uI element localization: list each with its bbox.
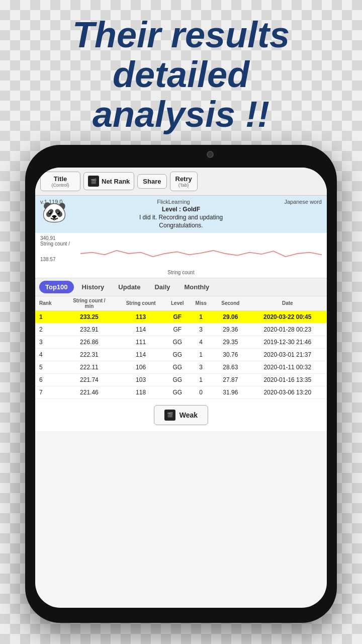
cell-string-rate: 221.74 bbox=[62, 373, 116, 386]
weak-icon: 🎬 bbox=[164, 410, 175, 421]
th-string-rate: String count /min bbox=[62, 296, 116, 311]
info-message2: Congratulations. bbox=[40, 222, 322, 229]
cell-miss: 0 bbox=[189, 386, 213, 398]
net-rank-button[interactable]: 🎬 Net Rank bbox=[83, 172, 134, 190]
cell-miss: 1 bbox=[189, 310, 213, 323]
cell-level: GF bbox=[165, 323, 189, 336]
cell-miss: 1 bbox=[189, 348, 213, 361]
cell-second: 29.06 bbox=[213, 310, 248, 323]
cell-level: GG bbox=[165, 386, 189, 398]
cell-string-count: 118 bbox=[116, 386, 165, 398]
data-table: Rank String count /min String count Leve… bbox=[35, 296, 327, 399]
table-row: 4 222.31 114 GG 1 30.76 2020-03-01 21:37 bbox=[35, 348, 327, 361]
app-name: FlickLearning bbox=[157, 199, 190, 205]
cell-string-count: 114 bbox=[116, 323, 165, 336]
cell-date: 2020-03-22 00:45 bbox=[248, 310, 327, 323]
info-header: 🐼 v.1.119.0 FlickLearning Japanese word … bbox=[35, 196, 327, 233]
cell-string-rate: 232.91 bbox=[62, 323, 116, 336]
cell-miss: 3 bbox=[189, 361, 213, 373]
cell-rank: 6 bbox=[35, 373, 62, 386]
cell-second: 29.36 bbox=[213, 323, 248, 336]
cell-second: 31.96 bbox=[213, 386, 248, 398]
cell-string-rate: 222.31 bbox=[62, 348, 116, 361]
cell-date: 2020-03-06 13:20 bbox=[248, 386, 327, 398]
cell-string-count: 106 bbox=[116, 361, 165, 373]
table-row: 2 232.91 114 GF 3 29.36 2020-01-28 00:23 bbox=[35, 323, 327, 336]
cell-miss: 1 bbox=[189, 373, 213, 386]
cell-string-rate: 233.25 bbox=[62, 310, 116, 323]
th-miss: Miss bbox=[189, 296, 213, 311]
phone-camera bbox=[207, 151, 214, 158]
tab-daily[interactable]: Daily bbox=[148, 281, 176, 293]
tab-update[interactable]: Update bbox=[112, 281, 146, 293]
table-row: 1 233.25 113 GF 1 29.06 2020-03-22 00:45 bbox=[35, 310, 327, 323]
cell-date: 2020-01-28 00:23 bbox=[248, 323, 327, 336]
tab-monthly[interactable]: Monthly bbox=[178, 281, 216, 293]
cell-level: GF bbox=[165, 310, 189, 323]
chart-area: 340.91 String count / 138.57 String coun… bbox=[35, 233, 327, 278]
headline-line3: analysis !! bbox=[93, 94, 269, 134]
panda-mascot: 🐼 bbox=[40, 198, 68, 226]
weak-label: Weak bbox=[179, 411, 198, 419]
headline-line1: Their results bbox=[72, 15, 290, 55]
cell-string-rate: 226.86 bbox=[62, 336, 116, 348]
phone-screen: Title (Control) 🎬 Net Rank Share Retry (… bbox=[35, 168, 327, 608]
cell-string-rate: 221.46 bbox=[62, 386, 116, 398]
cell-date: 2020-01-16 13:35 bbox=[248, 373, 327, 386]
tab-top100[interactable]: Top100 bbox=[39, 281, 74, 293]
table-container: Rank String count /min String count Leve… bbox=[35, 296, 327, 399]
share-button[interactable]: Share bbox=[137, 174, 166, 189]
cell-miss: 4 bbox=[189, 336, 213, 348]
cell-level: GG bbox=[165, 348, 189, 361]
th-string-count: String count bbox=[116, 296, 165, 311]
chart-y-max: 340.91 bbox=[40, 235, 70, 241]
th-second: Second bbox=[213, 296, 248, 311]
cell-date: 2019-12-30 21:46 bbox=[248, 336, 327, 348]
chart-y-min: 138.57 bbox=[40, 257, 70, 262]
title-button[interactable]: Title (Control) bbox=[40, 172, 80, 191]
cell-string-rate: 222.11 bbox=[62, 361, 116, 373]
info-message1: I did it. Recording and updating bbox=[40, 214, 322, 221]
headline-line2: detailed bbox=[113, 54, 249, 95]
cell-miss: 3 bbox=[189, 323, 213, 336]
cell-level: GG bbox=[165, 361, 189, 373]
retry-button[interactable]: Retry (Tab) bbox=[170, 172, 198, 191]
cell-string-count: 103 bbox=[116, 373, 165, 386]
cell-level: GG bbox=[165, 336, 189, 348]
table-row: 7 221.46 118 GG 0 31.96 2020-03-06 13:20 bbox=[35, 386, 327, 398]
tab-row: Top100 History Update Daily Monthly bbox=[35, 278, 327, 296]
chart-x-label: String count bbox=[167, 270, 194, 275]
table-row: 3 226.86 111 GG 4 29.35 2019-12-30 21:46 bbox=[35, 336, 327, 348]
level-text: Level : GoldF bbox=[40, 206, 322, 213]
chart-y-label: String count / bbox=[40, 241, 70, 247]
th-rank: Rank bbox=[35, 296, 62, 311]
table-row: 5 222.11 106 GG 3 28.63 2020-01-11 00:32 bbox=[35, 361, 327, 373]
cell-string-count: 113 bbox=[116, 310, 165, 323]
cell-rank: 4 bbox=[35, 348, 62, 361]
chart-labels: 340.91 String count / 138.57 bbox=[40, 235, 70, 262]
net-rank-icon: 🎬 bbox=[88, 176, 99, 187]
weak-button[interactable]: 🎬 Weak bbox=[154, 405, 208, 425]
tab-history[interactable]: History bbox=[76, 281, 111, 293]
cell-second: 27.87 bbox=[213, 373, 248, 386]
type-text: Japanese word bbox=[284, 199, 322, 205]
chart-svg bbox=[80, 235, 322, 272]
toolbar: Title (Control) 🎬 Net Rank Share Retry (… bbox=[35, 168, 327, 196]
cell-rank: 5 bbox=[35, 361, 62, 373]
info-version-row: v.1.119.0 FlickLearning Japanese word bbox=[40, 199, 322, 205]
cell-rank: 7 bbox=[35, 386, 62, 398]
phone-container: Title (Control) 🎬 Net Rank Share Retry (… bbox=[25, 145, 337, 623]
app-content: Title (Control) 🎬 Net Rank Share Retry (… bbox=[35, 168, 327, 608]
cell-second: 28.63 bbox=[213, 361, 248, 373]
phone-notch bbox=[131, 145, 231, 165]
cell-date: 2020-03-01 21:37 bbox=[248, 348, 327, 361]
th-date: Date bbox=[248, 296, 327, 311]
cell-date: 2020-01-11 00:32 bbox=[248, 361, 327, 373]
cell-second: 29.35 bbox=[213, 336, 248, 348]
cell-rank: 1 bbox=[35, 310, 62, 323]
cell-level: GG bbox=[165, 373, 189, 386]
cell-rank: 2 bbox=[35, 323, 62, 336]
headline: Their results detailed analysis !! bbox=[0, 0, 362, 145]
cell-string-count: 111 bbox=[116, 336, 165, 348]
cell-rank: 3 bbox=[35, 336, 62, 348]
